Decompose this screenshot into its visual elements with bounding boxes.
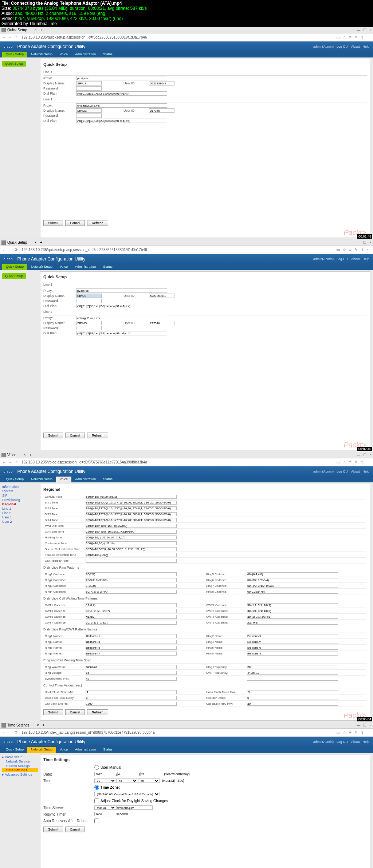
- dplan1-input[interactable]: [76, 91, 167, 96]
- auto-checkbox[interactable]: [94, 819, 99, 823]
- min-select[interactable]: 45: [116, 779, 138, 783]
- dst-checkbox[interactable]: [94, 799, 99, 803]
- screenshot-4: Time Settings×+—☐× ←→⟳192.168.10.235/ind…: [0, 722, 373, 868]
- auto-label: Auto Recovery After Reboot:: [43, 819, 94, 823]
- sidebar: Quick Setup: [0, 57, 40, 239]
- back-icon[interactable]: ←: [2, 35, 6, 40]
- tserver-mode[interactable]: Manual: [94, 805, 116, 810]
- day-input[interactable]: [140, 772, 162, 776]
- sidebar-quicksetup[interactable]: Quick Setup: [2, 61, 26, 67]
- cwt-table: CWT1 Cadence:CWT2 Cadence:CWT3 Cadence:C…: [43, 602, 367, 626]
- ring-table: Ring1 Cadence:Ring5 Cadence:Ring2 Cadenc…: [43, 571, 367, 595]
- uid-label: User ID:: [123, 81, 149, 85]
- proxy1-input[interactable]: [76, 76, 167, 80]
- tab-icon: [1, 28, 6, 32]
- sidebar-network-service[interactable]: Network Service: [2, 759, 38, 764]
- tserver-label: Time Server:: [43, 806, 94, 810]
- header-links: admin(Admin)Log OutAboutHelp: [310, 45, 369, 48]
- line2-header: Line 2: [43, 96, 367, 103]
- resync-label: Resync Timer:: [43, 812, 94, 816]
- sidebar-line-1[interactable]: Line 1: [2, 506, 38, 511]
- time-label: Time:: [43, 779, 94, 783]
- tserver-input[interactable]: [116, 805, 153, 810]
- resync-input[interactable]: [94, 812, 116, 816]
- more-icon[interactable]: ⋯: [367, 35, 371, 40]
- star-icon[interactable]: ☆: [343, 35, 346, 40]
- main-tabs: Quick Setup Network Setup Voice Administ…: [0, 52, 373, 57]
- sec-select[interactable]: 45: [138, 779, 160, 783]
- dname1-input-selected[interactable]: [76, 294, 102, 298]
- tab-title[interactable]: Quick Setup: [7, 28, 27, 32]
- file-meta: File: Connecting the Analog Telephone Ad…: [0, 0, 373, 27]
- sidebar-information[interactable]: Information: [2, 485, 38, 489]
- sidebar-line-2[interactable]: Line 2: [2, 511, 38, 515]
- tab-status[interactable]: Status: [99, 52, 116, 57]
- voice-sidebar: InformationSystemSIPProvisioningRegional…: [0, 482, 40, 722]
- timezone-select[interactable]: (GMT-06:00) Central Time (USA & Canada): [94, 792, 160, 796]
- dplan-label: Dial Plan:: [43, 92, 76, 95]
- new-tab-icon[interactable]: +: [40, 28, 42, 32]
- page-title: Quick Setup: [43, 62, 367, 67]
- pwd2-input[interactable]: [76, 114, 102, 118]
- month-input[interactable]: [117, 772, 139, 776]
- cancel-button[interactable]: Cancel: [65, 220, 85, 226]
- hour-select[interactable]: 20: [94, 779, 116, 783]
- sidebar-advanced-settings[interactable]: ▸ Advanced Settings: [2, 772, 38, 777]
- sidebar-system[interactable]: System: [2, 489, 38, 493]
- timestamp: 00:01:48: [357, 234, 372, 239]
- app-title: Phone Adapter Configuration Utility: [17, 44, 86, 49]
- min-icon[interactable]: —: [357, 28, 360, 32]
- dname2-input[interactable]: [76, 108, 102, 113]
- spec-table: Ring Waveform:Ring Frequency:Ring Voltag…: [43, 664, 367, 682]
- cisco-logo: cisco: [4, 45, 13, 48]
- dname1-input[interactable]: [76, 81, 102, 85]
- names-table: Ring1 Name:Ring2 Name:Ring3 Name:Ring4 N…: [43, 633, 367, 657]
- pwd1-input[interactable]: [76, 86, 102, 91]
- share-icon[interactable]: ⇪: [361, 35, 364, 40]
- dplan2-input[interactable]: [76, 119, 167, 123]
- hub-icon[interactable]: ≡: [349, 35, 352, 40]
- sidebar-user-2[interactable]: User 2: [2, 519, 38, 524]
- sidebar-provisioning[interactable]: Provisioning: [2, 498, 38, 502]
- proxy2-input[interactable]: [76, 103, 167, 108]
- year-input[interactable]: [94, 772, 116, 776]
- uid1-input[interactable]: [149, 81, 174, 85]
- tab-admin[interactable]: Administration: [71, 52, 99, 57]
- proxy-label: Proxy:: [43, 76, 76, 80]
- max-icon[interactable]: ☐: [363, 28, 366, 32]
- close-icon[interactable]: ×: [369, 28, 372, 32]
- forward-icon[interactable]: →: [8, 35, 12, 40]
- sidebar-regional[interactable]: Regional: [2, 502, 38, 506]
- regional-table: ConDial ToneSIT1 ToneSIT2 ToneSIT3 ToneS…: [43, 494, 367, 564]
- notes-icon[interactable]: ✎: [354, 35, 358, 40]
- ctrl-table: Hook Flash Timer Min:Hook Flash Timer Ma…: [43, 689, 367, 707]
- timezone-radio[interactable]: [94, 785, 99, 790]
- close-tab-icon[interactable]: ×: [34, 28, 36, 32]
- screenshot-1: Quick Setup × + —☐× ← → ⟳ 192.168.10.235…: [0, 27, 373, 239]
- user-manual-radio[interactable]: [94, 765, 99, 770]
- browser-toolbar: ← → ⟳ 192.168.10.235/quicksetup.asp;sess…: [0, 33, 373, 41]
- main-panel: Quick Setup Line 1 Proxy: Display Name:U…: [40, 59, 370, 238]
- sidebar-time-settings[interactable]: Time Settings: [2, 768, 38, 772]
- reading-icon[interactable]: ▭: [336, 35, 340, 40]
- dname-label: Display Name:: [43, 81, 76, 85]
- tab-quicksetup[interactable]: Quick Setup: [2, 52, 27, 57]
- refresh-icon[interactable]: ⟳: [15, 35, 18, 40]
- sidebar-basic-setup[interactable]: ▸ Basic Setup: [2, 755, 38, 759]
- screenshot-3: Voice×+—☐× ←→⟳192.168.10.235/voice.asp;s…: [0, 452, 373, 722]
- uid2-input[interactable]: [149, 108, 174, 113]
- sidebar-internet-settings[interactable]: Internet Settings: [2, 764, 38, 768]
- tab-voice[interactable]: Voice: [56, 52, 71, 57]
- sidebar-sip[interactable]: SIP: [2, 493, 38, 498]
- address-bar[interactable]: 192.168.10.235/quicksetup.asp;session_id…: [20, 35, 334, 40]
- app-header: cisco Phone Adapter Configuration Utilit…: [0, 41, 373, 52]
- date-label: Date:: [43, 772, 94, 776]
- refresh-button[interactable]: Refresh: [87, 220, 108, 226]
- tab-networksetup[interactable]: Network Setup: [27, 52, 56, 57]
- sidebar-user-1[interactable]: User 1: [2, 515, 38, 519]
- network-sidebar: ▸ Basic SetupNetwork ServiceInternet Set…: [0, 753, 40, 868]
- screenshot-2: Quick Setup×+—☐× ←→⟳192.168.10.235/quick…: [0, 239, 373, 452]
- submit-button[interactable]: Submit: [43, 220, 63, 226]
- line1-header: Line 1: [43, 69, 367, 76]
- button-row: Submit Cancel Refresh: [43, 218, 367, 228]
